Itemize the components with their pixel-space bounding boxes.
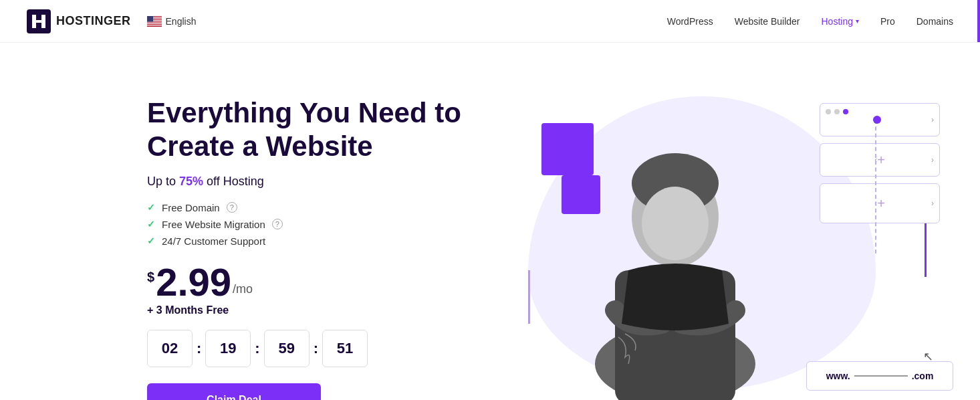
svg-rect-8: [147, 16, 153, 22]
connector-dot: [873, 116, 881, 124]
months-free-label: + 3 Months Free: [147, 304, 461, 316]
card-nav-right: ›: [931, 115, 934, 124]
domain-com-label: .com: [912, 371, 934, 381]
vertical-line-left: [528, 270, 530, 324]
help-icon[interactable]: ?: [272, 219, 283, 229]
countdown-minutes: 19: [205, 330, 251, 367]
features-list: ✓ Free Domain ? ✓ Free Website Migration…: [147, 202, 461, 247]
nav-hosting[interactable]: Hosting ▾: [821, 16, 858, 27]
feature-label: Free Website Migration: [162, 219, 265, 230]
us-flag-icon: [147, 16, 162, 27]
svg-rect-6: [147, 23, 162, 23]
dot-2: [834, 109, 840, 114]
add-element-icon[interactable]: +: [877, 196, 885, 211]
main-nav: WordPress Website Builder Hosting ▾ Pro …: [667, 16, 953, 27]
dashed-line-vertical: [875, 120, 876, 254]
header-left: HOSTINGER English: [27, 9, 201, 33]
feature-support: ✓ 24/7 Customer Support: [147, 235, 461, 247]
main-content: Everything You Need to Create a Website …: [0, 43, 980, 400]
feature-free-migration: ✓ Free Website Migration ?: [147, 219, 461, 230]
nav-website-builder[interactable]: Website Builder: [735, 16, 800, 27]
countdown-seconds: 59: [264, 330, 310, 367]
nav-wordpress[interactable]: WordPress: [667, 16, 713, 27]
hero-illustration: ‹ › ‹ + › ‹ + › ↖ www. .com: [488, 83, 953, 400]
price-value: 2.99: [156, 263, 231, 302]
checkmark-icon: ✓: [147, 219, 155, 229]
hero-left: Everything You Need to Create a Website …: [147, 83, 461, 400]
card-arrow-right-2: ›: [931, 199, 934, 208]
countdown-hours: 02: [147, 330, 193, 367]
claim-deal-button[interactable]: Claim Deal: [147, 383, 321, 400]
logo[interactable]: HOSTINGER: [27, 9, 131, 33]
domain-input-placeholder: [854, 375, 908, 377]
dot-1: [826, 109, 831, 114]
browser-dots: [826, 109, 848, 114]
help-icon[interactable]: ?: [227, 202, 237, 213]
discount-line: Up to 75% off Hosting: [147, 175, 461, 189]
countdown-sep-2: :: [255, 340, 259, 357]
domain-www-label: www.: [826, 371, 850, 381]
person-image: [568, 123, 782, 400]
add-widget-icon[interactable]: +: [877, 153, 885, 168]
ui-cards-panel: ‹ › ‹ + › ‹ + ›: [820, 103, 953, 230]
countdown-sep-3: :: [314, 340, 318, 357]
discount-percentage: 75%: [179, 175, 203, 188]
header: HOSTINGER English WordPress Website Buil…: [0, 0, 980, 43]
price-dollar-sign: $: [147, 270, 154, 285]
card-arrow-right: ›: [931, 155, 934, 165]
person-svg: [575, 136, 775, 400]
feature-label: Free Domain: [162, 202, 220, 213]
language-selector[interactable]: English: [142, 13, 202, 29]
price-display: $ 2.99 /mo: [147, 263, 461, 302]
price-period: /mo: [233, 282, 253, 296]
nav-domains[interactable]: Domains: [916, 16, 953, 27]
feature-label: 24/7 Customer Support: [162, 235, 265, 247]
checkmark-icon: ✓: [147, 235, 155, 246]
widget-card-bottom: ‹ + ›: [820, 183, 940, 223]
feature-free-domain: ✓ Free Domain ?: [147, 202, 461, 213]
countdown-frames: 51: [322, 330, 368, 367]
svg-rect-7: [147, 25, 162, 25]
price-section: $ 2.99 /mo + 3 Months Free: [147, 263, 461, 316]
header-border-accent: [977, 0, 980, 42]
logo-icon: [27, 9, 51, 33]
domain-bar: www. .com: [806, 361, 953, 391]
language-label: English: [166, 16, 197, 27]
nav-pro[interactable]: Pro: [880, 16, 895, 27]
svg-point-13: [642, 187, 709, 260]
countdown-timer: 02 : 19 : 59 : 51: [147, 330, 461, 367]
logo-text: HOSTINGER: [56, 14, 131, 28]
dot-3: [843, 109, 848, 114]
chevron-down-icon: ▾: [856, 17, 859, 25]
hero-headline: Everything You Need to Create a Website: [147, 96, 461, 164]
countdown-sep-1: :: [197, 340, 201, 357]
widget-card-mid: ‹ + ›: [820, 143, 940, 177]
checkmark-icon: ✓: [147, 202, 155, 213]
cursor-icon: ↖: [923, 349, 933, 364]
